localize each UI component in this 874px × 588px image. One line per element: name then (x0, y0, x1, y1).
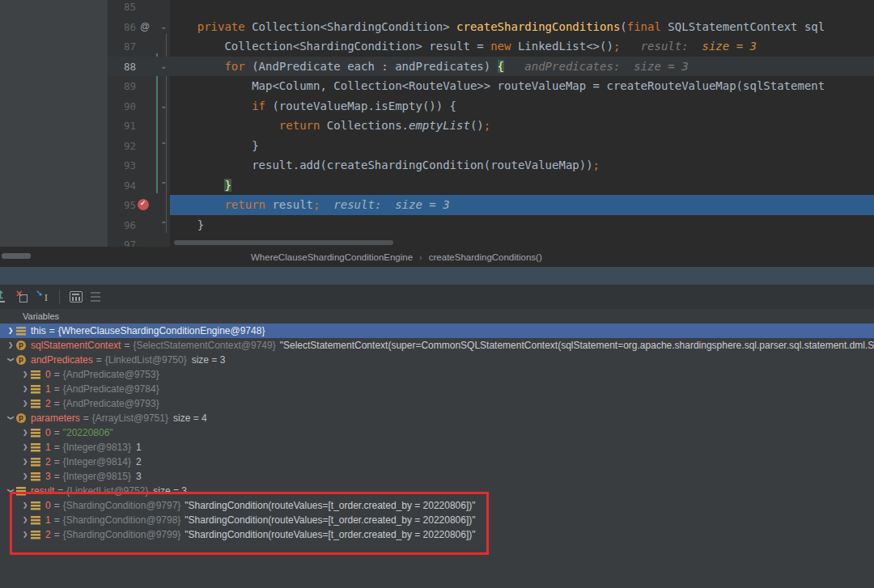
fold-collapse-icon[interactable]: ⌄ (160, 62, 167, 70)
breadcrumb-method[interactable]: createShardingConditions() (429, 252, 542, 262)
breadcrumb-class[interactable]: WhereClauseShardingConditionEngine (251, 252, 413, 262)
panel-splitter[interactable] (0, 267, 874, 285)
project-panel-scrollbar-thumb[interactable] (2, 253, 31, 259)
variable-name: 1 (45, 442, 51, 453)
annotation-gutter-icon[interactable]: @ (140, 21, 150, 32)
code-line[interactable]: 89 Map<Column, Collection<RouteValue>> r… (108, 76, 874, 96)
variable-row[interactable]: ❯2={Integer@9814}2 (0, 455, 874, 469)
chevron-right-icon[interactable]: ❯ (5, 341, 16, 349)
chevron-right-icon[interactable]: ❯ (19, 472, 31, 480)
line-number[interactable]: 95 (124, 199, 136, 211)
variable-row[interactable]: ❯0="20220806" (0, 425, 874, 440)
object-reference: {Integer@9814} (63, 456, 131, 467)
code-text[interactable]: return Collections.emptyList(); (170, 116, 874, 136)
variable-row[interactable]: ❯andPredicates={LinkedList@9750}size = 3 (0, 353, 874, 367)
gutter-cell[interactable]: 85 (108, 0, 170, 17)
line-number[interactable]: 88 (124, 60, 136, 72)
code-line[interactable]: 94⌃ } (108, 176, 874, 196)
chevron-right-icon[interactable]: ❯ (5, 327, 16, 334)
code-text[interactable]: } (170, 176, 874, 196)
variable-row[interactable]: ❯sqlStatementContext={SelectStatementCon… (0, 338, 874, 353)
line-number[interactable]: 90 (124, 99, 136, 112)
line-number[interactable]: 92 (124, 139, 136, 151)
evaluate-expression-icon[interactable] (70, 291, 83, 302)
editor-horizontal-scrollbar-thumb[interactable] (174, 240, 393, 245)
gutter-cell[interactable]: 86@⌄ (108, 17, 170, 37)
gutter-cell[interactable]: 89 (108, 76, 170, 96)
code-line[interactable]: 88⌄ for (AndPredicate each : andPredicat… (108, 57, 874, 77)
run-to-cursor-icon[interactable] (36, 290, 49, 303)
line-number[interactable]: 97 (124, 239, 136, 247)
code-token: ; (613, 40, 620, 53)
chevron-right-icon[interactable]: ❯ (19, 385, 31, 392)
line-number[interactable]: 87 (124, 40, 136, 53)
chevron-right-icon[interactable]: ❯ (19, 443, 31, 451)
breadcrumb-separator-icon: › (419, 252, 422, 262)
gutter-cell[interactable]: 87 (108, 36, 170, 57)
code-token: result: (620, 40, 702, 53)
chevron-down-icon[interactable]: ❯ (7, 412, 15, 423)
code-token: } (224, 179, 231, 192)
step-out-icon[interactable] (0, 290, 7, 303)
code-text[interactable]: private Collection<ShardingCondition> cr… (170, 17, 874, 37)
layout-settings-icon[interactable] (91, 290, 104, 303)
code-text[interactable]: } (170, 215, 874, 235)
gutter-cell[interactable]: 93 (108, 155, 170, 176)
parameter-icon (16, 341, 26, 350)
gutter-cell[interactable]: 90⌄ (108, 96, 170, 116)
code-text[interactable] (170, 0, 874, 17)
variable-row[interactable]: ❯3={Integer@9815}3 (0, 469, 874, 484)
code-text[interactable]: return result; result: size = 3 (170, 195, 874, 215)
variable-row[interactable]: ❯this={WhereClauseShardingConditionEngin… (0, 324, 874, 338)
line-number[interactable]: 94 (124, 179, 136, 191)
variable-name: 0 (45, 427, 51, 438)
code-text[interactable]: if (routeValueMap.isEmpty()) { (170, 96, 874, 116)
line-number[interactable]: 89 (124, 80, 136, 92)
code-text[interactable]: } (170, 136, 874, 156)
code-text[interactable]: for (AndPredicate each : andPredicates) … (170, 57, 874, 77)
line-number[interactable]: 85 (124, 1, 136, 13)
code-line[interactable]: 96⌃ } (108, 215, 874, 235)
gutter-cell[interactable]: 88⌄ (108, 57, 170, 77)
line-number[interactable]: 86 (124, 20, 136, 32)
breakpoint-icon[interactable] (138, 199, 149, 210)
fold-collapse-icon[interactable]: ⌄ (160, 23, 167, 31)
code-editor[interactable]: 8586@⌄ private Collection<ShardingCondit… (108, 0, 874, 247)
fold-end-icon[interactable]: ⌃ (160, 181, 167, 189)
code-line[interactable]: 86@⌄ private Collection<ShardingConditio… (108, 17, 874, 37)
code-text[interactable]: Collection<ShardingCondition> result = n… (170, 36, 874, 57)
line-number[interactable]: 93 (124, 159, 136, 171)
variable-row[interactable]: ❯1={Integer@9813}1 (0, 440, 874, 455)
code-line[interactable]: 90⌄ if (routeValueMap.isEmpty()) { (108, 96, 874, 116)
gutter-cell[interactable]: 94⌃ (108, 176, 170, 196)
gutter-cell[interactable]: 95 (108, 195, 170, 215)
gutter-cell[interactable]: 92⌃ (108, 136, 170, 156)
gutter-cell[interactable]: 97 (108, 235, 170, 247)
chevron-down-icon[interactable]: ❯ (7, 353, 15, 365)
equals-sign: = (51, 456, 63, 467)
code-line[interactable]: 87 Collection<ShardingCondition> result … (108, 36, 874, 57)
gutter-cell[interactable]: 91 (108, 116, 170, 136)
fold-collapse-icon[interactable]: ⌄ (160, 102, 167, 110)
fold-end-icon[interactable]: ⌃ (160, 142, 167, 150)
gutter-cell[interactable]: 96⌃ (108, 215, 170, 235)
variable-row[interactable]: ❯0={AndPredicate@9753} (0, 367, 874, 382)
chevron-right-icon[interactable]: ❯ (19, 370, 31, 378)
chevron-right-icon[interactable]: ❯ (19, 400, 31, 407)
variable-row[interactable]: ❯parameters={ArrayList@9751}size = 4 (0, 411, 874, 425)
line-number[interactable]: 91 (124, 120, 136, 132)
chevron-right-icon[interactable]: ❯ (19, 458, 31, 465)
code-line[interactable]: 92⌃ } (108, 136, 874, 156)
variable-row[interactable]: ❯2={AndPredicate@9793} (0, 396, 874, 411)
code-text[interactable]: Map<Column, Collection<RouteValue>> rout… (170, 76, 874, 96)
code-line[interactable]: 85 (108, 0, 874, 17)
code-text[interactable]: result.add(createShardingCondition(route… (170, 155, 874, 176)
fold-end-icon[interactable]: ⌃ (160, 221, 167, 229)
code-line[interactable]: 95 return result; result: size = 3 (108, 195, 874, 215)
code-line[interactable]: 91 return Collections.emptyList(); (108, 116, 874, 136)
line-number[interactable]: 96 (124, 218, 136, 231)
variable-row[interactable]: ❯1={AndPredicate@9784} (0, 382, 874, 396)
chevron-right-icon[interactable]: ❯ (19, 429, 31, 436)
code-line[interactable]: 93 result.add(createShardingCondition(ro… (108, 155, 874, 176)
drop-frame-icon[interactable] (15, 290, 28, 303)
